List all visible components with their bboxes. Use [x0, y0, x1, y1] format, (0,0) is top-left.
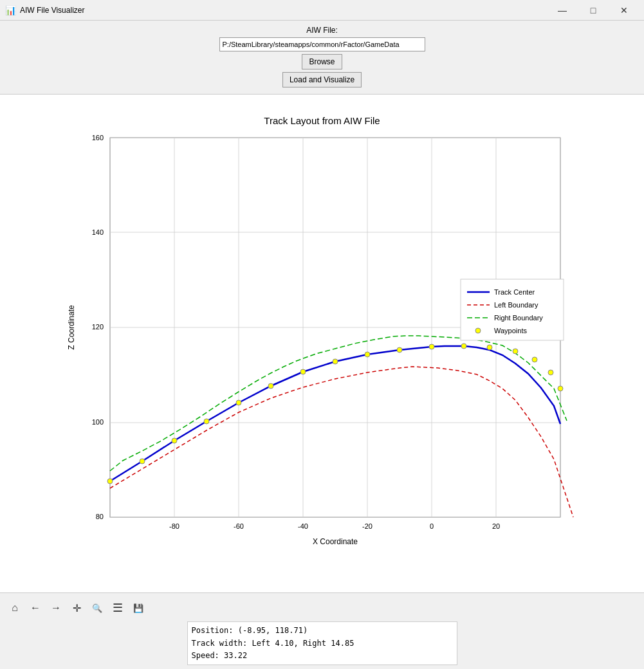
minimize-button[interactable]: — [547, 1, 577, 20]
svg-point-27 [548, 370, 553, 375]
svg-text:160: 160 [91, 134, 103, 142]
browse-button[interactable]: Browse [302, 54, 342, 69]
svg-text:140: 140 [91, 228, 103, 236]
status-track-width: Track width: Left 4.10, Right 14.85 [192, 637, 453, 650]
svg-point-13 [140, 459, 145, 464]
save-button[interactable]: 💾 [129, 598, 148, 618]
maximize-button[interactable]: □ [578, 1, 608, 20]
svg-text:-60: -60 [234, 522, 244, 530]
svg-text:80: 80 [95, 513, 103, 520]
svg-text:Z Coordinate: Z Coordinate [67, 305, 76, 350]
svg-text:Waypoints: Waypoints [494, 327, 527, 334]
svg-point-24 [487, 345, 492, 350]
main-content: Track Layout from AIW File [0, 95, 644, 592]
back-button[interactable]: ← [26, 598, 45, 618]
svg-point-18 [300, 369, 306, 374]
svg-text:-20: -20 [362, 522, 373, 530]
svg-text:Track Center: Track Center [494, 288, 535, 296]
status-text-box: Position: (-8.95, 118.71) Track width: L… [187, 621, 457, 665]
pan-button[interactable]: ✛ [67, 598, 86, 618]
file-path-input[interactable] [219, 37, 425, 51]
forward-button[interactable]: → [46, 598, 66, 618]
svg-point-17 [268, 383, 273, 389]
chart-title: Track Layout from AIW File [59, 115, 586, 126]
matplotlib-toolbar: ⌂ ← → ✛ 🔍 ☰ 💾 [0, 596, 644, 620]
svg-text:100: 100 [91, 418, 103, 426]
svg-point-20 [365, 352, 370, 357]
svg-point-49 [475, 328, 481, 333]
svg-point-26 [532, 357, 537, 362]
chart-container: Track Layout from AIW File [59, 115, 586, 578]
status-bar: ⌂ ← → ✛ 🔍 ☰ 💾 Position: (-8.95, 118.71) … [0, 592, 644, 669]
svg-text:0: 0 [429, 522, 433, 530]
status-speed: Speed: 33.22 [192, 650, 453, 662]
svg-text:Left Boundary: Left Boundary [494, 301, 538, 309]
chart-area[interactable]: -80 -60 -40 -20 0 20 80 100 120 140 160 … [59, 131, 586, 569]
svg-point-12 [107, 479, 113, 484]
load-visualize-button[interactable]: Load and Visualize [282, 72, 362, 87]
svg-text:-40: -40 [298, 522, 308, 530]
app-title: AIW File Visualizer [20, 6, 547, 15]
configure-button[interactable]: ☰ [108, 598, 127, 618]
app-icon: 📊 [5, 5, 16, 15]
svg-text:Right Boundary: Right Boundary [494, 314, 543, 322]
svg-point-15 [204, 419, 209, 424]
title-bar: 📊 AIW File Visualizer — □ ✕ [0, 0, 644, 21]
svg-text:20: 20 [492, 522, 499, 530]
svg-point-28 [558, 386, 563, 391]
svg-point-19 [333, 359, 338, 364]
svg-text:-80: -80 [169, 522, 179, 530]
svg-text:120: 120 [91, 323, 103, 331]
svg-point-25 [513, 349, 518, 354]
svg-point-16 [236, 400, 241, 405]
svg-text:X Coordinate: X Coordinate [312, 537, 357, 546]
toolbar: AIW File: Browse Load and Visualize [0, 21, 644, 95]
home-button[interactable]: ⌂ [5, 598, 24, 618]
svg-point-21 [397, 347, 402, 353]
zoom-button[interactable]: 🔍 [87, 598, 107, 618]
file-label: AIW File: [306, 26, 338, 35]
svg-point-23 [461, 344, 466, 349]
status-position: Position: (-8.95, 118.71) [192, 625, 453, 637]
close-button[interactable]: ✕ [609, 1, 639, 20]
svg-point-14 [172, 438, 177, 443]
svg-point-22 [429, 344, 434, 349]
